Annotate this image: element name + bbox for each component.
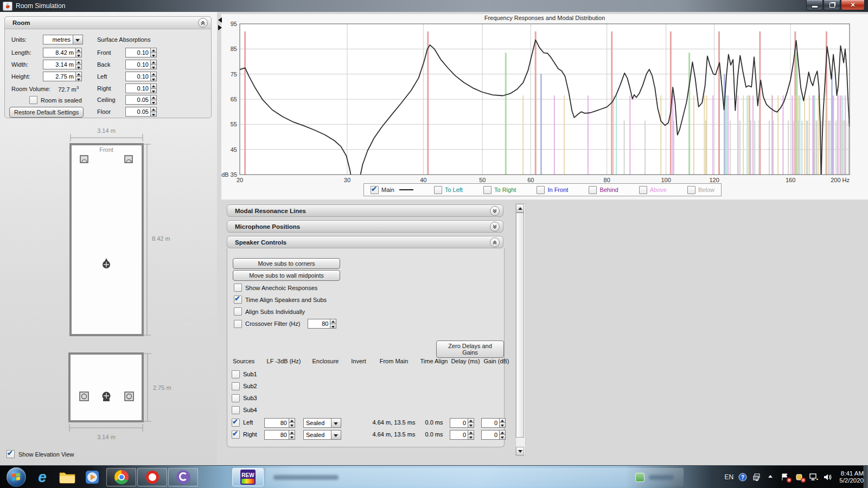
room-sealed-checkbox-box[interactable] — [29, 96, 37, 104]
spin-down-icon[interactable] — [289, 434, 295, 440]
collapse-right-icon[interactable] — [218, 25, 222, 30]
absorption-floor-value[interactable]: 0.05 — [125, 107, 151, 117]
action-center-icon[interactable]: ✕ — [781, 473, 790, 481]
controls-scrollbar[interactable] — [515, 203, 526, 456]
volume-icon[interactable] — [823, 473, 832, 481]
sub4-checkbox[interactable] — [232, 406, 240, 414]
taskbar-bittorrent-button[interactable] — [168, 468, 198, 486]
internet-explorer-icon[interactable]: e — [31, 468, 53, 486]
right-enclosure-combo[interactable]: Sealed — [303, 430, 341, 440]
left-gain-spinner[interactable]: 0 — [481, 418, 506, 428]
absorption-right-spinner[interactable]: 0.10 — [125, 84, 157, 93]
height-down-icon[interactable] — [75, 76, 82, 82]
taskbar-rew-button[interactable]: REW — [232, 468, 264, 486]
right-delay-spinner[interactable]: 0 — [450, 430, 474, 440]
taskbar-opera-button[interactable] — [137, 468, 167, 486]
height-spinner[interactable]: 2.75 m — [43, 72, 82, 81]
taskbar-active-window-area[interactable] — [266, 468, 684, 486]
left-enclosure-combo[interactable]: Sealed — [303, 418, 341, 428]
crossover-spinner[interactable]: 80 — [308, 319, 336, 329]
spin-down-icon[interactable] — [150, 100, 157, 105]
restore-button[interactable] — [824, 0, 840, 10]
spin-down-icon[interactable] — [150, 112, 157, 117]
dropdown-icon[interactable] — [331, 418, 341, 428]
room-panel-header[interactable]: Room — [5, 17, 211, 29]
taskbar-clock[interactable]: 8:41 AM 5/2/2020 — [839, 470, 864, 484]
room-top-view-diagram[interactable]: 3.14 m Front 8.42 m — [52, 126, 177, 343]
units-dropdown-icon[interactable] — [73, 35, 83, 44]
restore-defaults-button[interactable]: Restore Default Settings — [9, 107, 84, 118]
spin-down-icon[interactable] — [150, 65, 157, 70]
length-down-icon[interactable] — [75, 53, 82, 58]
show-elevation-checkbox-box[interactable] — [7, 450, 15, 458]
spin-down-icon[interactable] — [330, 324, 336, 329]
legend-to-left[interactable]: To Left — [434, 186, 463, 194]
scrollbar-thumb[interactable] — [516, 213, 524, 438]
room-elevation-diagram[interactable]: 2.75 m 3.14 m — [52, 347, 177, 442]
section-microphone-positions[interactable]: Microphone Positions — [227, 220, 503, 233]
show-desktop-button[interactable] — [864, 466, 868, 488]
crossover-filter-checkbox[interactable]: Crossover Filter (Hz) 80 — [234, 319, 336, 329]
left-checkbox[interactable] — [232, 419, 240, 427]
media-player-icon[interactable] — [81, 468, 103, 486]
show-anechoic-checkbox[interactable]: Show Anechoic Responses — [234, 284, 317, 292]
splitter-collapse-arrows[interactable] — [218, 17, 223, 30]
window-switch-icon[interactable] — [752, 473, 762, 481]
show-elevation-checkbox[interactable]: Show Elevation View — [7, 450, 74, 458]
absorption-floor-spinner[interactable]: 0.05 — [125, 107, 157, 117]
chart-plot[interactable]: dB 3545556575859520304050608010012016020… — [221, 14, 868, 182]
legend-main[interactable]: Main — [371, 186, 413, 194]
spin-down-icon[interactable] — [150, 88, 157, 94]
speaker-left-elevation-icon[interactable] — [80, 392, 88, 401]
move-subs-midpoints-button[interactable]: Move subs to wall midpoints — [233, 270, 340, 281]
spin-down-icon[interactable] — [289, 422, 295, 428]
spin-down-icon[interactable] — [499, 434, 506, 440]
absorption-right-value[interactable]: 0.10 — [125, 84, 151, 93]
windows-update-icon[interactable]: ✕ — [795, 473, 804, 481]
right-checkbox[interactable] — [232, 431, 240, 439]
width-value[interactable]: 3.14 m — [43, 60, 76, 69]
right-gain-spinner[interactable]: 0 — [481, 430, 506, 440]
collapse-speaker-icon[interactable] — [490, 237, 500, 247]
zero-delays-gains-button[interactable]: Zero Delays and Gains — [436, 341, 504, 358]
show-hidden-icons-button[interactable] — [767, 473, 776, 481]
minimize-button[interactable] — [806, 0, 823, 10]
expand-mic-icon[interactable] — [490, 222, 500, 232]
close-button[interactable]: ✕ — [841, 0, 865, 10]
section-speaker-controls[interactable]: Speaker Controls — [227, 236, 503, 248]
collapse-left-icon[interactable] — [218, 17, 222, 23]
speaker-right-icon[interactable] — [125, 156, 132, 163]
sub2-checkbox[interactable] — [232, 382, 240, 390]
windows-explorer-icon[interactable] — [56, 468, 78, 486]
left-lf-spinner[interactable]: 80 — [264, 418, 295, 428]
section-modal-resonance[interactable]: Modal Resonance Lines — [227, 204, 503, 217]
spin-down-icon[interactable] — [150, 53, 157, 58]
units-combo[interactable]: metres — [43, 35, 83, 44]
spin-down-icon[interactable] — [499, 422, 506, 428]
network-icon[interactable] — [809, 473, 818, 481]
legend-above[interactable]: Above — [639, 186, 667, 194]
absorption-front-spinner[interactable]: 0.10 — [125, 48, 157, 57]
time-align-checkbox[interactable]: Time Align Speakers and Subs — [234, 296, 327, 304]
room-sealed-checkbox[interactable]: Room is sealed — [29, 96, 82, 104]
spin-down-icon[interactable] — [468, 434, 474, 440]
spin-down-icon[interactable] — [468, 422, 474, 428]
taskbar-background-window-icon[interactable] — [635, 473, 644, 482]
absorption-back-value[interactable]: 0.10 — [125, 60, 151, 69]
start-button[interactable] — [7, 467, 26, 487]
absorption-ceiling-spinner[interactable]: 0.05 — [125, 95, 157, 105]
legend-below[interactable]: Below — [687, 186, 714, 194]
absorption-front-value[interactable]: 0.10 — [125, 48, 151, 57]
scroll-up-button[interactable] — [516, 204, 524, 213]
height-value[interactable]: 2.75 m — [43, 72, 76, 81]
scroll-down-button[interactable] — [516, 447, 524, 455]
absorption-left-value[interactable]: 0.10 — [125, 72, 151, 81]
width-spinner[interactable]: 3.14 m — [43, 60, 82, 69]
width-down-icon[interactable] — [75, 65, 82, 70]
taskbar-chrome-button[interactable] — [106, 468, 136, 486]
left-delay-spinner[interactable]: 0 — [450, 418, 474, 428]
help-icon[interactable]: ? — [738, 473, 748, 481]
listener-icon-elevation[interactable] — [103, 392, 111, 402]
legend-behind[interactable]: Behind — [589, 186, 618, 194]
legend-in-front[interactable]: In Front — [537, 186, 568, 194]
